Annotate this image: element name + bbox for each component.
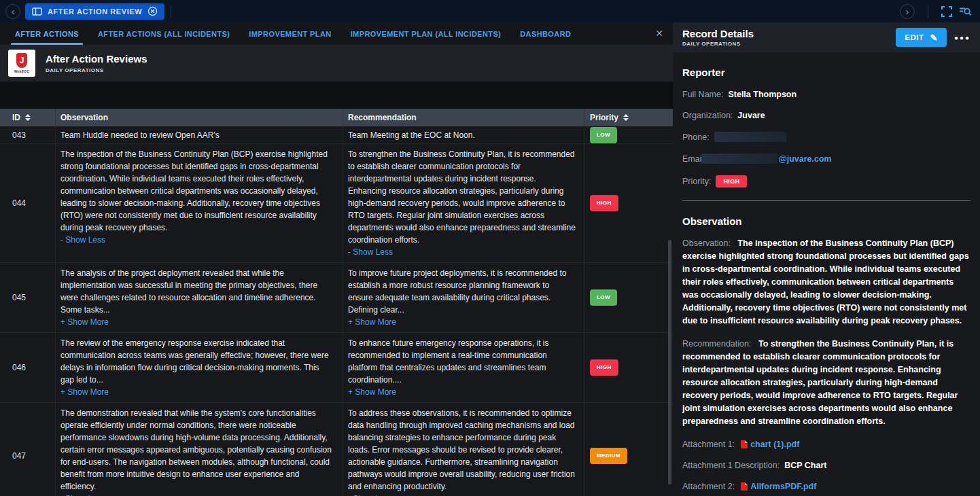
section-divider <box>682 200 970 201</box>
workspace-tab[interactable]: AFTER ACTION REVIEW <box>25 3 164 20</box>
tab-improvement-plan[interactable]: IMPROVEMENT PLAN <box>239 22 340 45</box>
chevron-left-icon: ‹ <box>12 7 15 16</box>
table-row[interactable]: 043Team Huddle needed to review Open AAR… <box>0 126 673 144</box>
tab-after-actions[interactable]: AFTER ACTIONS <box>5 22 88 45</box>
observation-cell: The analysis of the project deployment r… <box>56 263 343 332</box>
email-row: Emai @juvare.com <box>682 154 970 164</box>
recommendation-text: To enhance future emergency response ope… <box>348 337 576 386</box>
attachment-description-label: Attachment 1 Description: <box>682 461 780 470</box>
attachment-description: BCP Chart <box>784 461 826 470</box>
phone-row: Phone: <box>682 132 970 142</box>
more-options-button[interactable]: ●●● <box>954 34 970 41</box>
webeoc-logo: J WebEOC <box>8 50 35 77</box>
table-row[interactable]: 045The analysis of the project deploymen… <box>0 263 673 333</box>
column-label: Observation <box>60 113 108 122</box>
attachment-link[interactable]: chart (1).pdf <box>739 440 799 449</box>
topbar-actions: › <box>900 4 972 19</box>
observation-cell: Team Huddle needed to review Open AAR's <box>56 126 343 143</box>
row-id: 046 <box>12 361 26 374</box>
observation-label: Observation: <box>682 238 731 248</box>
close-circle-icon[interactable] <box>147 6 158 16</box>
recommendation-cell: To address these observations, it is rec… <box>343 403 584 496</box>
attachment-label: Attachment 2: <box>682 482 735 491</box>
show-more-link[interactable]: + Show More <box>348 316 576 328</box>
show-more-link[interactable]: + Show More <box>348 386 576 398</box>
sort-up-arrow <box>623 114 629 117</box>
priority-label: Priority: <box>682 177 711 186</box>
show-less-link[interactable]: - Show Less <box>348 493 576 496</box>
show-less-link[interactable]: - Show Less <box>60 493 334 496</box>
organization-value: Juvare <box>737 111 765 120</box>
chevron-right-icon: › <box>906 7 909 16</box>
filter-search-icon[interactable] <box>959 6 972 17</box>
priority-cell: MEDIUM <box>584 403 673 496</box>
priority-badge: LOW <box>590 127 617 143</box>
show-less-link[interactable]: - Show Less <box>60 234 334 246</box>
recommendation-label: Recommendation: <box>682 339 751 349</box>
observation-text: The inspection of the Business Continuit… <box>60 148 334 234</box>
tab-improvement-plan-all-incidents[interactable]: IMPROVEMENT PLAN (ALL INCIDENTS) <box>341 22 511 45</box>
table-row[interactable]: 046The review of the emergency response … <box>0 333 673 403</box>
page-subtitle: DAILY OPERATIONS <box>46 67 147 73</box>
full-name-row: Full Name: Stella Thompson <box>682 90 970 99</box>
workspace-tab-label: AFTER ACTION REVIEW <box>48 7 142 16</box>
page-header: J WebEOC After Action Reviews DAILY OPER… <box>0 45 673 82</box>
juvare-shield-icon: J <box>16 53 27 68</box>
topbar: ‹ AFTER ACTION REVIEW › <box>0 0 980 22</box>
show-less-link[interactable]: - Show Less <box>348 246 576 258</box>
tab-dashboard[interactable]: DASHBOARD <box>510 22 580 45</box>
observation-text: The inspection of the Business Continuit… <box>682 238 969 325</box>
priority-cell: HIGH <box>584 144 673 262</box>
table-scrollbar[interactable] <box>668 240 671 484</box>
record-details-title: Record Details <box>682 28 754 39</box>
column-header-recommendation: Recommendation <box>343 109 584 126</box>
recommendation-cell: Team Meeting at the EOC at Noon. <box>343 126 584 143</box>
logo-text: WebEOC <box>14 69 30 73</box>
show-more-link[interactable]: + Show More <box>60 386 334 398</box>
full-name-label: Full Name: <box>682 90 723 99</box>
priority-badge: HIGH <box>590 195 618 211</box>
recommendation-paragraph: Recommendation: To strengthen the Busine… <box>682 338 970 428</box>
row-id: 044 <box>12 197 26 209</box>
organization-row: Organization: Juvare <box>682 111 970 120</box>
column-label: Priority <box>590 113 618 122</box>
after-actions-pane: AFTER ACTIONSAFTER ACTIONS (ALL INCIDENT… <box>0 22 673 496</box>
sort-down-arrow <box>623 118 629 121</box>
board-tab-bar: AFTER ACTIONSAFTER ACTIONS (ALL INCIDENT… <box>0 22 673 45</box>
show-more-link[interactable]: + Show More <box>60 316 334 328</box>
pdf-icon <box>741 440 748 448</box>
observation-cell: The inspection of the Business Continuit… <box>56 144 343 262</box>
recommendation-text: To strengthen the Business Continuity Pl… <box>682 339 958 426</box>
record-details-panel: Record Details DAILY OPERATIONS EDIT ✎ ●… <box>673 22 980 496</box>
table-row[interactable]: 047The demonstration revealed that while… <box>0 403 673 496</box>
row-id-cell: 047 <box>0 403 56 496</box>
row-id-cell: 045 <box>0 263 56 332</box>
priority-cell: LOW <box>584 126 673 143</box>
forward-button[interactable]: › <box>900 4 915 19</box>
tab-after-actions-all-incidents[interactable]: AFTER ACTIONS (ALL INCIDENTS) <box>88 22 239 45</box>
table-row[interactable]: 044The inspection of the Business Contin… <box>0 144 673 263</box>
fullscreen-icon[interactable] <box>941 6 952 17</box>
back-button[interactable]: ‹ <box>5 4 20 19</box>
record-details-header: Record Details DAILY OPERATIONS EDIT ✎ ●… <box>673 22 980 52</box>
tabs: AFTER ACTIONSAFTER ACTIONS (ALL INCIDENT… <box>5 22 580 45</box>
recommendation-cell: To enhance future emergency response ope… <box>343 333 584 402</box>
edit-button[interactable]: EDIT ✎ <box>896 28 947 47</box>
email-domain-link[interactable]: @juvare.com <box>778 154 831 164</box>
divider <box>171 5 171 18</box>
recommendation-text: To strengthen the Business Continuity Pl… <box>348 148 576 246</box>
sort-up-arrow <box>25 114 31 117</box>
sort-icon <box>25 114 31 121</box>
priority-cell: LOW <box>584 263 673 332</box>
attachment-link[interactable]: AllformsPDF.pdf <box>739 482 816 491</box>
column-header-priority[interactable]: Priority <box>584 109 673 126</box>
observation-text: The demonstration revealed that while th… <box>60 407 334 493</box>
column-header-id[interactable]: ID <box>0 109 56 126</box>
attachment-row: Attachment 1:chart (1).pdf <box>682 440 970 449</box>
organization-label: Organization: <box>682 111 733 120</box>
edit-button-label: EDIT <box>905 33 924 41</box>
row-id-cell: 044 <box>0 144 56 262</box>
board-icon <box>32 7 42 16</box>
table-body: 043Team Huddle needed to review Open AAR… <box>0 126 673 496</box>
close-icon[interactable]: ✕ <box>655 28 663 39</box>
